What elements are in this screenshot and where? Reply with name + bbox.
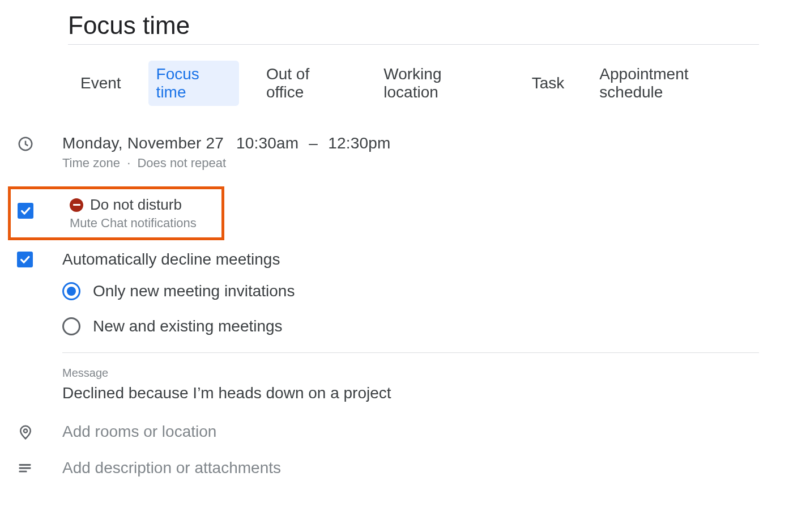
location-row: Add rooms or location <box>68 423 759 443</box>
tab-out-of-office[interactable]: Out of office <box>258 61 356 106</box>
event-start-time[interactable]: 10:30am <box>236 134 299 152</box>
description-row: Add description or attachments <box>68 459 759 478</box>
decline-message-value[interactable]: Declined because I’m heads down on a pro… <box>62 384 759 402</box>
divider <box>62 352 759 353</box>
tab-event[interactable]: Event <box>73 70 129 97</box>
datetime-line[interactable]: Monday, November 2710:30am–12:30pm <box>62 134 759 152</box>
svg-point-1 <box>24 429 27 432</box>
decline-option-all[interactable]: New and existing meetings <box>62 317 759 335</box>
timezone-link[interactable]: Time zone <box>62 156 120 170</box>
event-end-time[interactable]: 12:30pm <box>328 134 390 152</box>
svg-rect-4 <box>19 471 27 473</box>
decline-option-all-label: New and existing meetings <box>93 317 283 335</box>
auto-decline-row: Automatically decline meetings Only new … <box>68 250 759 402</box>
svg-rect-2 <box>19 464 31 466</box>
clock-icon <box>17 135 34 155</box>
page-title[interactable]: Focus time <box>68 11 759 45</box>
decline-radio-group: Only new meeting invitations New and exi… <box>62 282 759 335</box>
location-pin-icon <box>17 424 34 443</box>
dnd-badge-icon <box>70 198 83 212</box>
tab-task[interactable]: Task <box>524 70 573 97</box>
location-input[interactable]: Add rooms or location <box>62 423 759 441</box>
dnd-checkbox[interactable] <box>18 203 33 219</box>
svg-rect-3 <box>19 467 31 469</box>
auto-decline-title: Automatically decline meetings <box>62 250 759 269</box>
description-icon <box>17 460 33 478</box>
decline-option-new-label: Only new meeting invitations <box>93 282 295 300</box>
decline-message-label: Message <box>62 367 759 380</box>
tab-focus-time[interactable]: Focus time <box>148 61 239 106</box>
auto-decline-checkbox[interactable] <box>17 252 33 267</box>
decline-option-new[interactable]: Only new meeting invitations <box>62 282 759 300</box>
datetime-row: Monday, November 2710:30am–12:30pm Time … <box>68 134 759 171</box>
repeat-link[interactable]: Does not repeat <box>137 156 226 170</box>
description-input[interactable]: Add description or attachments <box>62 459 759 477</box>
dot-separator: · <box>127 156 130 170</box>
dnd-title-text: Do not disturb <box>90 196 182 214</box>
radio-selected-icon <box>62 282 80 300</box>
event-type-tabs: Event Focus time Out of office Working l… <box>68 61 759 106</box>
dnd-highlight-box: Do not disturb Mute Chat notifications <box>8 186 224 240</box>
radio-unselected-icon <box>62 317 80 335</box>
tab-working-location[interactable]: Working location <box>376 61 504 106</box>
event-date[interactable]: Monday, November 27 <box>62 134 224 152</box>
dnd-subtitle: Mute Chat notifications <box>70 216 214 231</box>
tab-appointment-schedule[interactable]: Appointment schedule <box>591 61 759 106</box>
